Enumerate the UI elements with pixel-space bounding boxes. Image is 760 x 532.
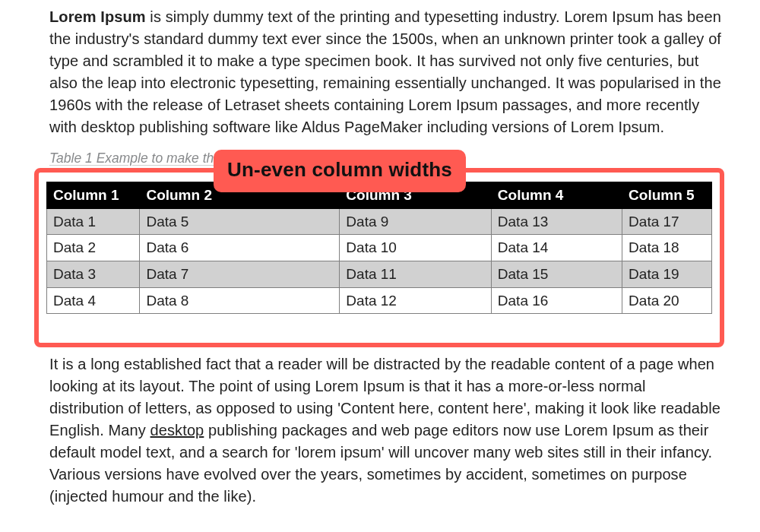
table-header-cell: Column 4	[491, 182, 622, 209]
table-cell: Data 16	[491, 287, 622, 314]
table-cell: Data 2	[47, 235, 140, 261]
table-cell: Data 20	[622, 287, 712, 314]
table-row: Data 4 Data 8 Data 12 Data 16 Data 20	[47, 287, 712, 314]
table-cell: Data 8	[140, 287, 340, 314]
table-cell: Data 13	[491, 208, 622, 235]
table-cell: Data 9	[340, 208, 491, 235]
example-table: Column 1 Column 2 Column 3 Column 4 Colu…	[46, 182, 712, 314]
table-cell: Data 6	[140, 235, 340, 261]
table-highlight-frame: Column 1 Column 2 Column 3 Column 4 Colu…	[34, 168, 724, 347]
annotation-callout: Un-even column widths	[214, 150, 466, 192]
table-cell: Data 7	[140, 261, 340, 288]
table-row: Data 3 Data 7 Data 11 Data 15 Data 19	[47, 261, 712, 288]
table-cell: Data 5	[140, 208, 340, 235]
table-header-cell: Column 5	[622, 182, 712, 209]
desktop-link[interactable]: desktop	[150, 422, 204, 439]
table-cell: Data 1	[47, 208, 140, 235]
table-cell: Data 15	[491, 261, 622, 288]
table-header-cell: Column 1	[47, 182, 140, 209]
table-cell: Data 4	[47, 287, 140, 314]
table-cell: Data 12	[340, 287, 491, 314]
table-row: Data 1 Data 5 Data 9 Data 13 Data 17	[47, 208, 712, 235]
intro-paragraph: Lorem Ipsum is simply dummy text of the …	[49, 6, 722, 138]
table-cell: Data 17	[622, 208, 712, 235]
table-cell: Data 3	[47, 261, 140, 288]
table-cell: Data 10	[340, 235, 491, 261]
intro-lead: Lorem Ipsum	[49, 8, 146, 25]
table-cell: Data 18	[622, 235, 712, 261]
table-cell: Data 14	[491, 235, 622, 261]
second-paragraph: It is a long established fact that a rea…	[49, 353, 722, 508]
table-row: Data 2 Data 6 Data 10 Data 14 Data 18	[47, 235, 712, 261]
intro-rest: is simply dummy text of the printing and…	[49, 8, 721, 135]
table-cell: Data 19	[622, 261, 712, 288]
table-cell: Data 11	[340, 261, 491, 288]
